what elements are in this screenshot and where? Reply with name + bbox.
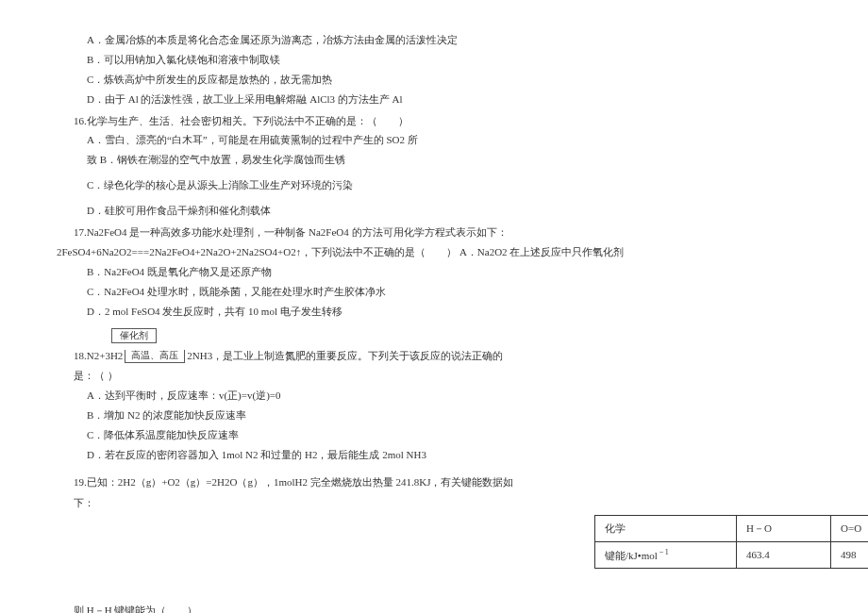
q16-option-a-line1: A．雪白、漂亮的“白木耳”，可能是在用硫黄熏制的过程中产生的 SO2 所 [74, 130, 821, 150]
q16-option-d: D．硅胶可用作食品干燥剂和催化剂载体 [74, 201, 821, 221]
q15-option-a: A．金属冶炼的本质是将化合态金属还原为游离态，冶炼方法由金属的活泼性决定 [74, 30, 821, 50]
q18-option-b: B．增加 N2 的浓度能加快反应速率 [74, 406, 821, 425]
q17-option-d: D．2 mol FeSO4 发生反应时，共有 10 mol 电子发生转移 [74, 302, 821, 322]
q17-stem1: 17.Na2FeO4 是一种高效多功能水处理剂，一种制备 Na2FeO4 的方法… [74, 223, 821, 242]
q18-option-d: D．若在反应的密闭容器加入 1mol N2 和过量的 H2，最后能生成 2mol… [74, 445, 821, 465]
cell-chem: 化学 [595, 515, 737, 541]
cell-463: 463.4 [737, 541, 831, 569]
bond-energy-table: 化学 H－O O=O 键能/kJ•mol－1 463.4 498 [594, 515, 868, 569]
catalyst-bottom: 高温、高压 [125, 350, 185, 363]
q18-option-c: C．降低体系温度能加快反应速率 [74, 425, 821, 445]
q16-option-ab-line2: 致 B．钢铁在潮湿的空气中放置，易发生化学腐蚀而生锈 [74, 150, 821, 170]
cell-ho: H－O [737, 515, 831, 541]
cell-498: 498 [831, 541, 869, 569]
q17-stem2: 2FeSO4+6Na2O2===2Na2FeO4+2Na2O+2Na2SO4+O… [57, 242, 821, 262]
q17-option-c: C．Na2FeO4 处理水时，既能杀菌，又能在处理水时产生胶体净水 [74, 282, 821, 302]
q18-stem2: 是：（ ） [74, 366, 821, 386]
q15-option-d: D．由于 Al 的活泼性强，故工业上采用电解熔融 AlCl3 的方法生产 Al [74, 90, 821, 109]
q15-option-b: B．可以用钠加入氯化镁饱和溶液中制取镁 [74, 50, 821, 70]
q16-stem: 16.化学与生产、生活、社会密切相关。下列说法中不正确的是：（ ） [74, 111, 821, 131]
q19-stem1: 19.已知：2H2（g）+O2（g）=2H2O（g），1molH2 完全燃烧放出… [74, 471, 821, 493]
q15-option-c: C．炼铁高炉中所发生的反应都是放热的，故无需加热 [74, 70, 821, 90]
q17-option-b: B．Na2FeO4 既是氧化产物又是还原产物 [74, 262, 821, 282]
table-row: 键能/kJ•mol－1 463.4 498 [595, 541, 869, 569]
cell-energy-label: 键能/kJ•mol－1 [595, 541, 737, 569]
q18-pre: 18.N2+3H2 [74, 346, 123, 366]
q16-option-c: C．绿色化学的核心是从源头上消除工业生产对环境的污染 [74, 175, 821, 195]
catalyst-top: 催化剂 [111, 328, 157, 343]
cell-oo: O=O [831, 515, 869, 541]
table-row: 化学 H－O O=O [595, 515, 869, 541]
q19-stem2: 下： [74, 493, 821, 513]
q18-post: 2NH3，是工业上制造氮肥的重要反应。下列关于该反应的说法正确的 [187, 346, 503, 366]
q19-ask: 则 H－H 键键能为（ ） [74, 601, 821, 613]
catalyst-box: 催化剂 [111, 324, 821, 344]
q18-option-a: A．达到平衡时，反应速率：v(正)=v(逆)=0 [74, 386, 821, 406]
